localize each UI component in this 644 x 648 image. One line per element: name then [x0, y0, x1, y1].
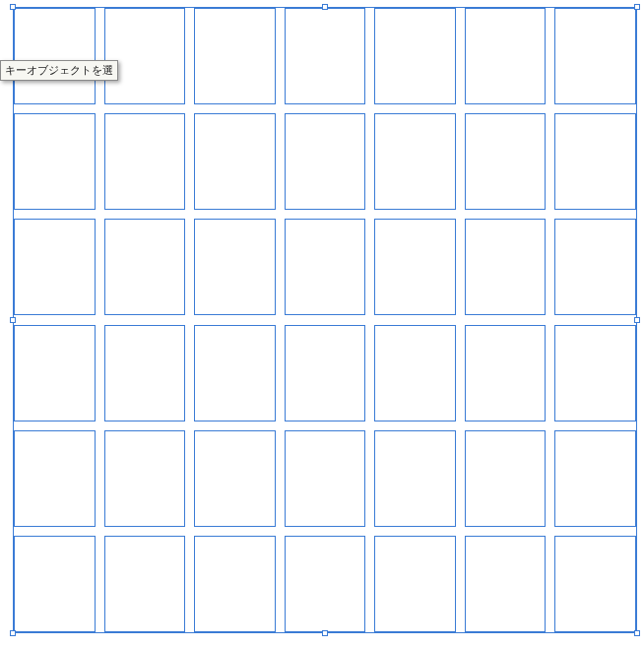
selection-handle-br[interactable]: [634, 630, 640, 636]
grid-cell[interactable]: [374, 8, 456, 104]
grid-cell[interactable]: [374, 113, 456, 210]
grid-cell[interactable]: [554, 430, 636, 527]
grid-cell[interactable]: [285, 430, 366, 527]
grid-cell[interactable]: [194, 219, 276, 315]
grid-cell[interactable]: [194, 8, 276, 104]
grid-cell[interactable]: [104, 325, 186, 421]
grid-cell[interactable]: [465, 325, 547, 421]
grid-cell[interactable]: [374, 219, 456, 315]
grid-cell[interactable]: [554, 325, 636, 421]
grid-cell[interactable]: [194, 430, 276, 527]
grid-cell[interactable]: [554, 8, 636, 104]
alignment-tooltip-text: キーオブジェクトを選: [5, 64, 113, 76]
grid-cell[interactable]: [554, 113, 636, 210]
grid-cell[interactable]: [14, 325, 96, 421]
grid-cell[interactable]: [554, 536, 636, 632]
grid-cell[interactable]: [554, 219, 636, 315]
grid-cell[interactable]: [104, 430, 186, 527]
grid-cell[interactable]: [194, 536, 276, 632]
grid-cell[interactable]: [104, 8, 186, 104]
grid-cell[interactable]: [14, 113, 96, 210]
grid-cell[interactable]: [465, 536, 547, 632]
grid-cell[interactable]: [14, 8, 96, 104]
selection-handle-tr[interactable]: [634, 4, 640, 10]
grid-cell[interactable]: [285, 536, 366, 632]
grid-cell[interactable]: [104, 113, 186, 210]
grid-cell[interactable]: [374, 536, 456, 632]
grid-cell[interactable]: [374, 430, 456, 527]
selection-handle-bm[interactable]: [322, 630, 328, 636]
grid-cell[interactable]: [465, 8, 547, 104]
design-canvas[interactable]: キーオブジェクトを選: [0, 0, 644, 648]
grid-cell[interactable]: [104, 536, 186, 632]
grid-cell[interactable]: [14, 219, 96, 315]
grid-cell[interactable]: [104, 219, 186, 315]
grid-cell[interactable]: [374, 325, 456, 421]
grid-cell[interactable]: [465, 113, 547, 210]
grid-cell[interactable]: [285, 8, 366, 104]
grid-cell[interactable]: [14, 536, 96, 632]
grid-cell[interactable]: [465, 430, 547, 527]
grid-cell[interactable]: [465, 219, 547, 315]
grid-cell[interactable]: [194, 113, 276, 210]
selection-handle-bl[interactable]: [10, 630, 16, 636]
grid-cell[interactable]: [194, 325, 276, 421]
selection-handle-mr[interactable]: [634, 317, 640, 323]
alignment-tooltip: キーオブジェクトを選: [0, 60, 118, 81]
selection-handle-ml[interactable]: [10, 317, 16, 323]
grid-cell[interactable]: [285, 219, 366, 315]
grid-cell[interactable]: [285, 113, 366, 210]
selection-handle-tm[interactable]: [322, 4, 328, 10]
grid-cell[interactable]: [14, 430, 96, 527]
grid-cell[interactable]: [285, 325, 366, 421]
selection-handle-tl[interactable]: [10, 4, 16, 10]
